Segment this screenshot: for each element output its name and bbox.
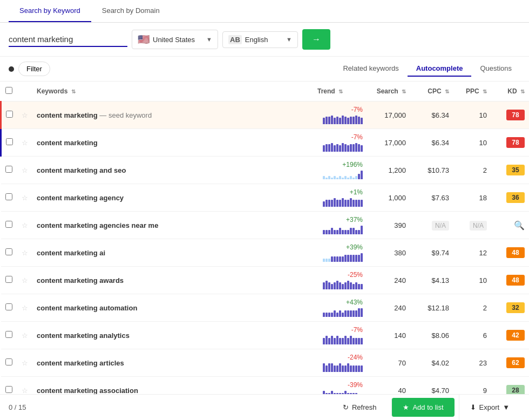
row-checkbox[interactable] [5, 248, 12, 255]
row-checkbox-cell [1, 377, 18, 395]
row-keyword: content marketing agency [32, 184, 313, 212]
row-checkbox-cell [1, 101, 18, 129]
row-checkbox[interactable] [5, 193, 12, 200]
row-cpc: $8.06 [410, 322, 453, 349]
th-keywords[interactable]: Keywords ⇅ [32, 82, 313, 101]
row-trend: +1% [313, 184, 367, 212]
row-checkbox[interactable] [5, 276, 12, 283]
mini-bars [317, 225, 363, 234]
row-star[interactable]: ☆ [17, 239, 32, 267]
row-checkbox-cell [1, 157, 18, 184]
search-row: 🇺🇸 United States ▼ AB English ▼ → [0, 23, 529, 57]
export-button[interactable]: ⬇ Export ▼ [459, 395, 520, 420]
table-row: ☆content marketing and seo+196%1,200$10.… [1, 157, 530, 184]
row-keyword: content marketing awards [32, 267, 313, 294]
flag-icon: 🇺🇸 [138, 33, 150, 45]
kd-badge: 78 [506, 137, 525, 148]
th-trend[interactable]: Trend ⇅ [313, 82, 367, 101]
tab-autocomplete[interactable]: Autocomplete [408, 61, 472, 77]
th-ppc[interactable]: PPC ⇅ [453, 82, 491, 101]
country-select[interactable]: 🇺🇸 United States ▼ [132, 30, 218, 49]
row-star[interactable]: ☆ [17, 157, 32, 184]
row-kd: 42 [491, 322, 529, 349]
filter-button[interactable]: Filter [18, 62, 50, 76]
table-row: ☆content marketing awards-25%240$4.13104… [1, 267, 530, 294]
row-ppc: 12 [453, 239, 491, 267]
mini-bars [317, 170, 363, 179]
export-chevron-icon: ▼ [503, 403, 510, 411]
row-keyword: content marketing — seed keyword [32, 101, 313, 129]
row-checkbox[interactable] [5, 221, 12, 228]
language-select[interactable]: AB English ▼ [222, 31, 298, 48]
refresh-button[interactable]: ↻ Refresh [332, 395, 388, 420]
row-ppc: 10 [453, 101, 491, 129]
row-cpc: N/A [410, 212, 453, 239]
kd-badge: 42 [506, 330, 525, 341]
row-checkbox[interactable] [6, 111, 13, 118]
row-star[interactable]: ☆ [17, 212, 32, 239]
mini-bars [317, 197, 363, 207]
row-star[interactable]: ☆ [17, 101, 32, 129]
tab-search-by-domain[interactable]: Search by Domain [91, 0, 171, 22]
row-star[interactable]: ☆ [17, 377, 32, 395]
row-star[interactable]: ☆ [17, 322, 32, 349]
mini-bars [317, 307, 363, 317]
row-checkbox[interactable] [5, 331, 12, 338]
row-ppc: 2 [453, 294, 491, 322]
row-star[interactable]: ☆ [17, 129, 32, 157]
table-row: ☆content marketing agencies near me+37%3… [1, 212, 530, 239]
row-checkbox[interactable] [5, 358, 12, 365]
row-checkbox[interactable] [5, 166, 12, 173]
row-trend: -25% [313, 267, 367, 294]
country-chevron-icon: ▼ [206, 36, 212, 43]
row-kd: 35 [491, 157, 529, 184]
filter-left: Filter [9, 62, 50, 76]
th-search[interactable]: Search ⇅ [367, 82, 410, 101]
table-row: ☆content marketing association-39%40$4.7… [1, 377, 530, 395]
tab-questions[interactable]: Questions [471, 61, 520, 77]
row-kd: 48 [491, 267, 529, 294]
row-ppc: 9 [453, 377, 491, 395]
row-star[interactable]: ☆ [17, 267, 32, 294]
row-checkbox-cell [1, 322, 18, 349]
row-trend: -24% [313, 349, 367, 377]
tab-search-by-keyword[interactable]: Search by Keyword [9, 0, 91, 22]
select-all-checkbox[interactable] [5, 87, 12, 94]
bottom-actions: ↻ Refresh ★ Add to list ⬇ Export ▼ [332, 395, 520, 420]
row-search-volume: 17,000 [367, 129, 410, 157]
th-star [17, 82, 32, 101]
row-checkbox[interactable] [6, 138, 13, 145]
th-cpc[interactable]: CPC ⇅ [410, 82, 453, 101]
count-label: 0 / 15 [9, 403, 26, 411]
row-ppc: 10 [453, 267, 491, 294]
row-kd: 62 [491, 349, 529, 377]
row-search-volume: 140 [367, 322, 410, 349]
row-keyword: content marketing association [32, 377, 313, 395]
keyword-input[interactable] [9, 32, 127, 47]
table-row: ☆content marketing agency+1%1,000$7.6318… [1, 184, 530, 212]
row-checkbox[interactable] [5, 386, 12, 393]
row-star[interactable]: ☆ [17, 349, 32, 377]
kd-badge: 62 [506, 357, 525, 368]
row-search-volume: 1,000 [367, 184, 410, 212]
go-button[interactable]: → [302, 29, 330, 50]
row-trend: +196% [313, 157, 367, 184]
row-ppc: 23 [453, 349, 491, 377]
row-keyword: content marketing agencies near me [32, 212, 313, 239]
add-to-list-button[interactable]: ★ Add to list [391, 398, 454, 417]
row-cpc: $12.18 [410, 294, 453, 322]
row-cpc: $4.02 [410, 349, 453, 377]
row-kd: 36 [491, 184, 529, 212]
row-trend: -7% [313, 322, 367, 349]
tab-related-keywords[interactable]: Related keywords [334, 61, 407, 77]
row-star[interactable]: ☆ [17, 184, 32, 212]
add-list-label: Add to list [412, 403, 443, 411]
row-ppc: 2 [453, 157, 491, 184]
row-search-volume: 390 [367, 212, 410, 239]
bottom-bar: 0 / 15 ↻ Refresh ★ Add to list ⬇ Export … [0, 394, 529, 420]
th-kd[interactable]: KD ⇅ [491, 82, 529, 101]
row-star[interactable]: ☆ [17, 294, 32, 322]
table-row: ☆content marketing-7%17,000$6.341078 [1, 129, 530, 157]
row-checkbox[interactable] [5, 303, 12, 310]
row-trend: -7% [313, 101, 367, 129]
